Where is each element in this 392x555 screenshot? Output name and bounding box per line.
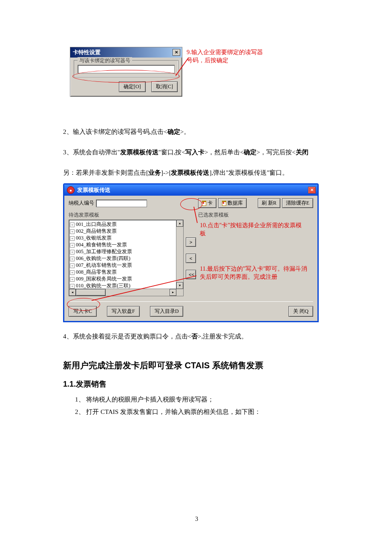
tree-item-label: 005_加工修理修配业发票 xyxy=(76,249,132,254)
db-file-icon xyxy=(222,201,226,206)
card-file-icon xyxy=(202,201,206,206)
close-button[interactable]: 关 闭Q xyxy=(288,306,313,317)
expand-icon[interactable]: + xyxy=(70,223,75,227)
tree-item-label: 007_机动车销售统一发票 xyxy=(76,262,132,268)
step-3-alt: 另：若果并非发新卡则需点击[业务]->[发票模板传送],弹出"发票模板传送"窗口… xyxy=(63,166,330,179)
scroll-right-icon[interactable]: ▸ xyxy=(170,289,176,296)
available-templates-list[interactable]: +001_出口商品发票+002_商品销售发票+003_收银纸发票+004_粮食销… xyxy=(69,220,184,296)
refresh-button[interactable]: 刷 新R xyxy=(258,198,280,208)
database-button[interactable]: 数据库 xyxy=(218,198,247,208)
selected-templates-label: 已选发票模板 xyxy=(198,211,313,219)
list-item-2: 2、 打开 CTAIS 发票发售窗口，并输入购票的相关信息，如下图： xyxy=(75,406,330,418)
move-left-button[interactable]: < xyxy=(186,254,196,263)
ok-button[interactable]: 确定[O] xyxy=(119,81,146,92)
write-dir-button[interactable]: 写入目录D xyxy=(150,306,184,317)
tree-item-label: 003_收银纸发票 xyxy=(76,235,112,241)
annotation-10: 10.点击"卡"按钮选择企业所需的发票模板 xyxy=(200,222,302,238)
taxpayer-input[interactable] xyxy=(96,199,147,207)
dialog2-titlebar: ● 发票模板传送 ✕ xyxy=(64,185,317,196)
cancel-button[interactable]: 取消[C] xyxy=(151,81,178,92)
annotation-11: 11.最后按下边的"写入卡"即可。待漏斗消失后即可关闭界面。完成注册 xyxy=(200,265,310,281)
tree-item-label: 010_收购统一发票(三联) xyxy=(76,283,130,289)
tree-item-label: 006_收购统一发票(四联) xyxy=(76,255,130,261)
expand-icon[interactable]: + xyxy=(70,284,75,289)
taxpayer-label: 纳税人编号 xyxy=(69,199,94,207)
tree-item[interactable]: +009_国家税务局统一发票 xyxy=(70,275,176,282)
tree-item-label: 004_粮食销售统一发票 xyxy=(76,242,127,248)
tree-item-label: 008_商品零售发票 xyxy=(76,269,117,275)
top-toolbar: 纳税人编号 卡 数据库 刷 新R 清除缓存E xyxy=(69,198,313,208)
expand-icon[interactable]: + xyxy=(70,236,75,241)
step-4: 4、系统会接着提示是否更改购票口令，点击<否>,注册发卡完成。 xyxy=(63,330,330,343)
step-2: 2、输入该卡绑定的读写器号码,点击<确定>。 xyxy=(63,125,330,138)
reader-number-input[interactable] xyxy=(78,65,175,73)
clear-cache-button[interactable]: 清除缓存E xyxy=(282,198,313,208)
move-all-left-button[interactable]: << xyxy=(186,270,196,279)
tree-item[interactable]: +003_收银纸发票 xyxy=(70,234,176,241)
close-icon[interactable]: ✕ xyxy=(173,49,180,56)
scroll-down-icon[interactable]: ▾ xyxy=(176,282,183,289)
move-right-button[interactable]: > xyxy=(186,237,196,247)
expand-icon[interactable]: + xyxy=(70,277,75,282)
group-label: 与该卡绑定的读写器号 xyxy=(78,57,132,64)
tree-item-label: 009_国家税务局统一发票 xyxy=(76,276,132,282)
tree-item-label: 002_商品销售发票 xyxy=(76,228,117,234)
vertical-scrollbar[interactable]: ▴ ▾ xyxy=(176,220,183,289)
dialog-titlebar: 卡特性设置 ✕ xyxy=(70,47,182,58)
expand-icon[interactable]: + xyxy=(70,229,75,234)
expand-icon[interactable]: + xyxy=(70,257,75,261)
tree-item[interactable]: +005_加工修理修配业发票 xyxy=(70,248,176,255)
list-item-1: 1、 将纳税人的税眼用户卡插入税眼专用读写器； xyxy=(75,393,330,406)
expand-icon[interactable]: + xyxy=(70,270,75,275)
horizontal-scrollbar[interactable]: ◂ ▸ xyxy=(69,289,176,296)
write-floppy-button[interactable]: 写入软盘F xyxy=(107,306,140,317)
tree-item[interactable]: +008_商品零售发票 xyxy=(70,269,176,275)
tree-item[interactable]: +007_机动车销售统一发票 xyxy=(70,262,176,269)
dialog-card-settings: 卡特性设置 ✕ 与该卡绑定的读写器号 确定[O] 取消[C] xyxy=(70,47,182,97)
expand-icon[interactable]: + xyxy=(70,250,75,254)
scroll-up-icon[interactable]: ▴ xyxy=(176,220,183,227)
tree-item[interactable]: +001_出口商品发票 xyxy=(70,221,176,228)
close-icon[interactable]: ✕ xyxy=(308,187,316,194)
tree-item[interactable]: +002_商品销售发票 xyxy=(70,228,176,234)
write-card-button[interactable]: 写入卡C xyxy=(69,306,97,317)
scroll-left-icon[interactable]: ◂ xyxy=(69,289,76,296)
main-heading: 新用户完成注册发卡后即可登录 CTAIS 系统销售发票 xyxy=(63,360,330,371)
dialog-template-transfer: ● 发票模板传送 ✕ 纳税人编号 卡 数据库 刷 新R 清除缓存E 待选发票模板 xyxy=(63,183,319,322)
available-templates-label: 待选发票模板 xyxy=(69,211,184,219)
tree-item-label: 001_出口商品发票 xyxy=(76,221,117,227)
app-icon: ● xyxy=(67,186,75,194)
tree-item[interactable]: +010_收购统一发票(三联) xyxy=(70,282,176,289)
expand-icon[interactable]: + xyxy=(70,243,75,248)
dialog2-title: 发票模板传送 xyxy=(77,186,110,194)
dialog-title: 卡特性设置 xyxy=(73,49,101,56)
section-heading: 1.1.发票销售 xyxy=(63,379,330,389)
step-3: 3、系统会自动弹出"发票模板传送"窗口,按<写入卡>，然后单击<确定>，写完后按… xyxy=(63,146,330,159)
annotation-9: 9.输入企业需要绑定的读写器号码，后按确定 xyxy=(187,49,268,65)
scroll-thumb[interactable] xyxy=(76,289,106,296)
tree-item[interactable]: +004_粮食销售统一发票 xyxy=(70,241,176,248)
expand-icon[interactable]: + xyxy=(70,263,75,268)
page-number: 3 xyxy=(63,516,330,523)
card-button[interactable]: 卡 xyxy=(198,198,216,208)
tree-item[interactable]: +006_收购统一发票(四联) xyxy=(70,255,176,262)
reader-number-group: 与该卡绑定的读写器号 xyxy=(74,60,179,77)
